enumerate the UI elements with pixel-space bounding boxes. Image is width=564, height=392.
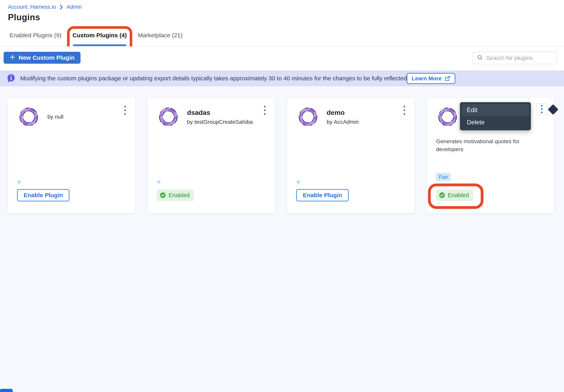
- check-circle-icon: [439, 192, 445, 198]
- menu-item-delete[interactable]: Delete: [462, 116, 529, 128]
- kebab-menu-icon[interactable]: [123, 105, 127, 116]
- tab-enabled-plugins[interactable]: Enabled Plugins (9): [10, 32, 61, 46]
- enabled-status-badge: Enabled: [157, 189, 194, 201]
- menu-pointer: [548, 104, 558, 115]
- kebab-menu-icon[interactable]: [263, 105, 267, 116]
- plugin-byline: by testGroupCreateSahiba: [187, 119, 253, 125]
- plugin-card-null: by null Enable Plugin: [8, 98, 135, 213]
- chevron-right-icon: [59, 5, 63, 10]
- enable-plugin-button[interactable]: Enable Plugin: [17, 189, 69, 201]
- tab-bar: Enabled Plugins (9) Custom Plugins (4) M…: [10, 32, 182, 46]
- page-title: Plugins: [8, 12, 40, 22]
- plugin-card-grid: by null Enable Plugin: [8, 98, 554, 213]
- plugin-ring-logo: [297, 106, 319, 128]
- cards-area: by null Enable Plugin: [0, 86, 564, 392]
- kebab-menu-button-active[interactable]: [536, 103, 548, 115]
- new-custom-plugin-button[interactable]: New Custom Plugin: [4, 52, 81, 64]
- plugin-tag-fun: Fun: [436, 173, 451, 181]
- external-link-icon: [444, 76, 450, 82]
- card-context-menu: Edit Delete: [460, 102, 531, 130]
- plugin-ring-logo: [157, 106, 179, 128]
- tab-custom-plugins[interactable]: Custom Plugins (4): [73, 32, 127, 46]
- tag-placeholder-dot: [157, 180, 161, 184]
- plugin-description: Generates motivational quotes for develo…: [436, 138, 545, 153]
- search-icon: [477, 54, 483, 61]
- plugin-byline: by null: [47, 114, 63, 120]
- plugin-card-demo: demo by AccAdmin Enable Plugin: [287, 98, 414, 213]
- plugin-title: demo: [327, 109, 359, 116]
- learn-more-button[interactable]: Learn More: [407, 73, 455, 84]
- plugin-title: dsadas: [187, 109, 253, 116]
- plus-icon: [10, 54, 15, 61]
- tag-placeholder-dot: [297, 180, 300, 184]
- plugin-card-quotes: Edit Delete Generates motivational quote…: [427, 98, 554, 213]
- breadcrumb-admin-link[interactable]: Admin: [67, 4, 82, 10]
- chat-widget-edge[interactable]: [0, 389, 13, 392]
- menu-item-edit[interactable]: Edit: [462, 104, 529, 116]
- banner-message: Modifying the custom plugins package or …: [20, 75, 409, 82]
- enabled-status-badge: Enabled: [436, 189, 473, 201]
- page-header: Account: Harness.io Admin Plugins Enable…: [0, 0, 564, 46]
- plugin-ring-logo: [18, 106, 40, 128]
- tag-placeholder-dot: [17, 180, 21, 184]
- info-banner: Modifying the custom plugins package or …: [0, 70, 564, 86]
- plugin-byline: by AccAdmin: [327, 119, 359, 125]
- toolbar: New Custom Plugin: [0, 46, 564, 70]
- plugins-page: Account: Harness.io Admin Plugins Enable…: [0, 0, 564, 392]
- tab-marketplace[interactable]: Marketplace (21): [138, 32, 182, 46]
- kebab-menu-icon[interactable]: [402, 105, 406, 116]
- plugin-search: [472, 52, 557, 64]
- breadcrumb: Account: Harness.io Admin: [8, 4, 82, 10]
- active-tab-underline: [73, 44, 126, 46]
- enable-plugin-button[interactable]: Enable Plugin: [296, 189, 349, 201]
- info-icon: [7, 74, 15, 83]
- search-input[interactable]: [486, 55, 561, 61]
- plugin-ring-logo: [437, 106, 459, 128]
- check-circle-icon: [159, 192, 166, 198]
- plugin-card-dsadas: dsadas by testGroupCreateSahiba Enabled: [148, 98, 275, 213]
- breadcrumb-account-link[interactable]: Account: Harness.io: [8, 4, 56, 10]
